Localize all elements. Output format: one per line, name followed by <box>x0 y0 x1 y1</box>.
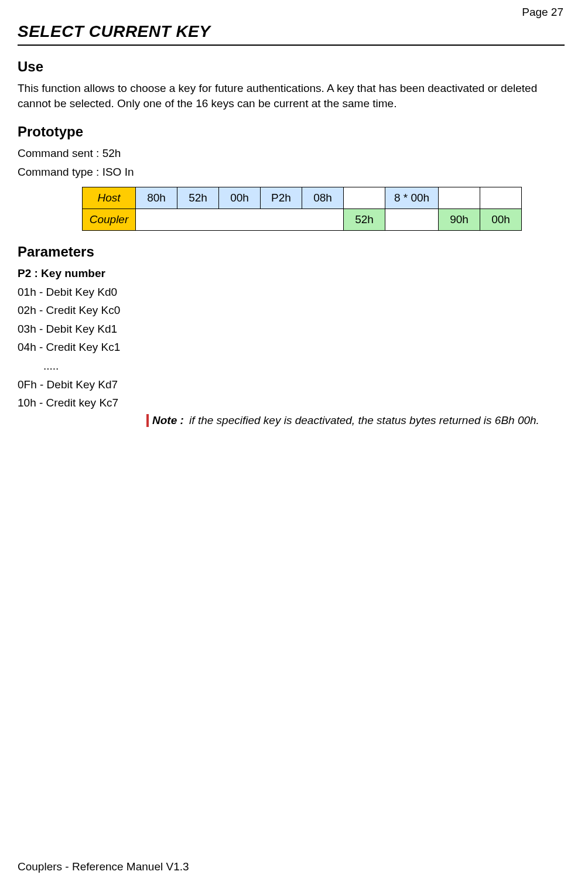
command-sent-line: Command sent : 52h <box>18 146 565 161</box>
coupler-cell: 90h <box>439 209 480 230</box>
parameters-heading: Parameters <box>18 244 565 260</box>
page: Page 27 SELECT CURRENT KEY Use This func… <box>0 0 588 885</box>
coupler-cell <box>385 209 439 230</box>
use-text: This function allows to choose a key for… <box>18 81 565 111</box>
table-row: Coupler 52h 90h 00h <box>83 209 522 230</box>
coupler-cell: 00h <box>480 209 522 230</box>
table-row: Host 80h 52h 00h P2h 08h 8 * 00h <box>83 187 522 209</box>
host-cell: 80h <box>136 187 177 209</box>
host-cell <box>439 187 480 209</box>
p2-label: P2 : Key number <box>18 267 565 280</box>
list-item: 0Fh - Debit Key Kd7 <box>18 377 565 392</box>
note-label: Note : <box>152 414 184 426</box>
host-cell <box>480 187 522 209</box>
host-cell: P2h <box>261 187 302 209</box>
list-item: 04h - Credit Key Kc1 <box>18 340 565 355</box>
list-item: 03h - Debit Key Kd1 <box>18 322 565 337</box>
page-title: SELECT CURRENT KEY <box>18 22 565 41</box>
coupler-cell <box>136 209 344 230</box>
note-block: Note : if the specified key is deactivat… <box>146 414 565 427</box>
footer-text: Couplers - Reference Manuel V1.3 <box>18 860 189 873</box>
note-bar-icon <box>146 414 149 427</box>
list-item: 01h - Debit Key Kd0 <box>18 285 565 300</box>
prototype-heading: Prototype <box>18 124 565 140</box>
title-divider <box>18 45 565 46</box>
list-item: 02h - Credit Key Kc0 <box>18 303 565 318</box>
host-cell <box>344 187 385 209</box>
note-body: if the specified key is deactivated, the… <box>186 414 539 426</box>
host-row-label: Host <box>83 187 136 209</box>
coupler-cell: 52h <box>344 209 385 230</box>
use-heading: Use <box>18 59 565 75</box>
page-number: Page 27 <box>18 6 565 19</box>
list-item: 10h - Credit key Kc7 <box>18 395 565 411</box>
host-cell: 8 * 00h <box>385 187 439 209</box>
host-cell: 08h <box>302 187 344 209</box>
coupler-row-label: Coupler <box>83 209 136 230</box>
host-cell: 52h <box>177 187 219 209</box>
host-cell: 00h <box>219 187 261 209</box>
prototype-table: Host 80h 52h 00h P2h 08h 8 * 00h Coupler… <box>82 187 522 231</box>
list-item: ..... <box>18 358 565 374</box>
note-text: Note : if the specified key is deactivat… <box>152 414 539 427</box>
command-type-line: Command type : ISO In <box>18 165 565 180</box>
